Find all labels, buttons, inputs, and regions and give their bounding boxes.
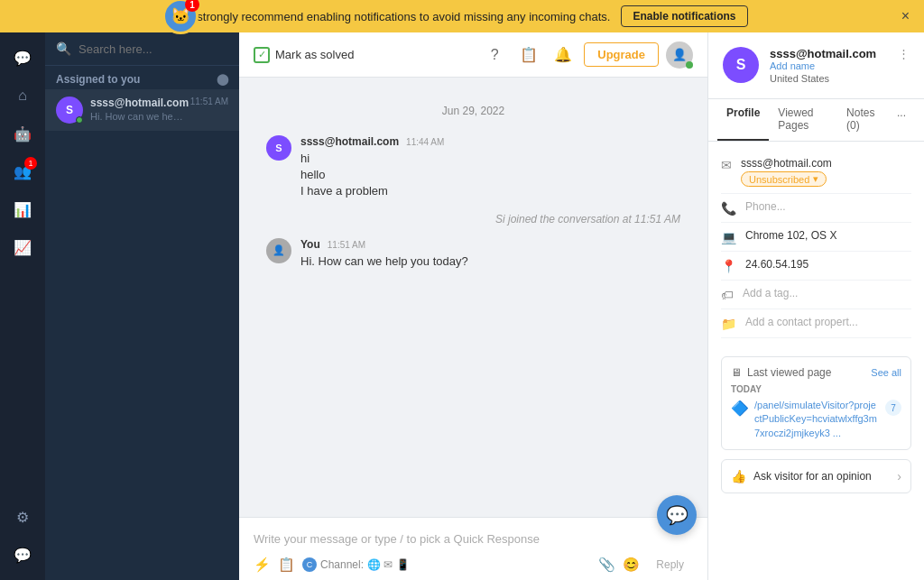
check-icon: ✓ [254, 47, 270, 63]
date-divider: Jun 29, 2022 [266, 105, 680, 117]
message-bubble: hi hello I have a problem [300, 151, 680, 200]
send-button[interactable]: Reply [647, 555, 693, 575]
browser-value: Chrome 102, OS X [745, 229, 911, 242]
message-content: ssss@hotmail.com 11:44 AM hi hello I hav… [300, 135, 680, 200]
livechat-icon: 💬 [14, 547, 32, 564]
reports-icon: 📊 [14, 201, 32, 218]
tab-viewed-pages[interactable]: Viewed Pages [769, 99, 837, 141]
profile-email: ssss@hotmail.com [770, 47, 876, 60]
profile-header: S ssss@hotmail.com Add name United State… [708, 32, 924, 99]
phone-row: 📞 Phone... [721, 194, 911, 223]
search-input[interactable] [79, 42, 230, 56]
upgrade-button[interactable]: Upgrade [584, 42, 659, 67]
tab-notes[interactable]: Notes (0) [837, 99, 888, 141]
sidebar-item-people[interactable]: 👥 1 [6, 155, 39, 188]
main-layout: 💬 ⌂ 🤖 👥 1 📊 📈 ⚙ 💬 🔍 [0, 32, 924, 580]
email-value: ssss@hotmail.com [741, 157, 911, 170]
ip-row: 📍 24.60.54.195 [721, 252, 911, 281]
online-indicator [76, 116, 83, 124]
agent-message-header: You 11:51 AM [300, 238, 680, 251]
sidebar-bottom: ⚙ 💬 [6, 501, 39, 571]
search-icon: 🔍 [56, 41, 71, 56]
agent-online-indicator [686, 61, 693, 69]
last-viewed-header: 🖥 Last viewed page See all [731, 366, 901, 379]
agent-msg-avatar: 👤 [266, 238, 291, 263]
notif-badge: 1 [185, 0, 199, 12]
sidebar-item-livechat[interactable]: 💬 [6, 539, 39, 571]
sidebar-item-bot[interactable]: 🤖 [6, 117, 39, 150]
home-icon: ⌂ [18, 87, 27, 104]
browser-row: 💻 Chrome 102, OS X [721, 223, 911, 252]
emoji-button[interactable]: 😊 [623, 557, 640, 573]
sidebar-item-chat[interactable]: 💬 [6, 41, 39, 74]
conv-avatar: S [56, 97, 83, 124]
last-viewed-item: 🔷 /panel/simulateVisitor?projectPublicKe… [731, 399, 901, 440]
add-name-link[interactable]: Add name [770, 60, 876, 71]
unsubscribed-badge: Unsubscribed ▾ [741, 171, 827, 187]
email-icon: ✉ [721, 158, 732, 172]
browser-icon: 💻 [721, 230, 736, 244]
bell-button[interactable]: 🔔 [550, 41, 577, 69]
tag-icon: 🏷 [721, 288, 734, 302]
agent-sender-name: You [300, 238, 320, 251]
profile-details: ✉ ssss@hotmail.com Unsubscribed ▾ 📞 Phon… [708, 142, 924, 347]
see-all-button[interactable]: See all [871, 367, 901, 378]
mark-solved-button[interactable]: ✓ Mark as solved [254, 47, 354, 63]
note-icon: 📋 [520, 46, 538, 63]
property-row: 📁 Add a contact propert... [721, 309, 911, 338]
agent-avatar: 👤 [666, 41, 693, 69]
fab-icon: 💬 [666, 504, 688, 526]
sidebar-item-analytics[interactable]: 📈 [6, 231, 39, 263]
agent-message-content: You 11:51 AM Hi. How can we help you tod… [300, 238, 680, 270]
question-icon: ? [491, 47, 499, 63]
close-icon[interactable]: × [901, 8, 910, 24]
profile-info: ssss@hotmail.com Add name United States [770, 47, 876, 84]
tab-profile[interactable]: Profile [717, 99, 769, 141]
dropdown-icon: ▾ [813, 173, 818, 185]
note-button[interactable]: 📋 [515, 41, 542, 69]
fab-button[interactable]: 💬 [657, 495, 697, 535]
property-placeholder[interactable]: Add a contact propert... [745, 316, 911, 328]
agent-message-group: 👤 You 11:51 AM Hi. How can we help you t… [266, 238, 680, 270]
sidebar-item-home[interactable]: ⌂ [6, 79, 39, 112]
help-button[interactable]: ? [481, 41, 508, 69]
channel-icon: C [302, 557, 317, 572]
enable-notif-button[interactable]: Enable notifications [621, 5, 747, 27]
page-link[interactable]: /panel/simulateVisitor?projectPublicKey=… [754, 399, 880, 440]
sidebar: 💬 ⌂ 🤖 👥 1 📊 📈 ⚙ 💬 [0, 32, 45, 580]
sidebar-item-settings[interactable]: ⚙ [6, 501, 39, 533]
ask-visitor-card[interactable]: 👍 Ask visitor for an opinion › [721, 459, 911, 493]
tag-placeholder[interactable]: Add a tag... [743, 287, 911, 299]
input-placeholder[interactable]: Write your message or type / to pick a Q… [254, 527, 693, 555]
attachment-file-button[interactable]: 📎 [598, 557, 615, 573]
message-group: S ssss@hotmail.com 11:44 AM hi hello I h… [266, 135, 680, 200]
conv-section-header: Assigned to you ⬤ [45, 66, 239, 89]
phone-icon: 📞 [721, 201, 736, 216]
sidebar-item-reports[interactable]: 📊 [6, 193, 39, 226]
browser-content: Chrome 102, OS X [745, 229, 911, 242]
message-header: ssss@hotmail.com 11:44 AM [300, 135, 680, 148]
attachment-button[interactable]: ⚡ [254, 557, 271, 573]
conversations-panel: 🔍 Assigned to you ⬤ S ssss@hotmail.com H… [45, 32, 239, 580]
ip-value: 24.60.54.195 [745, 258, 911, 271]
app-logo: 🐱 1 [162, 0, 199, 34]
message-time: 11:44 AM [406, 137, 444, 147]
profile-country: United States [770, 73, 876, 84]
profile-more-button[interactable]: ⋮ [898, 47, 910, 60]
tag-content: Add a tag... [743, 287, 911, 299]
chat-messages: Jun 29, 2022 S ssss@hotmail.com 11:44 AM… [239, 78, 707, 517]
ask-visitor-text: Ask visitor for an opinion [753, 470, 872, 483]
avatar-icon: 👤 [672, 48, 687, 61]
header-actions: ? 📋 🔔 Upgrade 👤 [481, 41, 693, 69]
conv-time: 11:51 AM [190, 97, 228, 106]
profile-avatar: S [723, 47, 759, 83]
phone-placeholder[interactable]: Phone... [745, 200, 911, 213]
visitor-avatar: S [266, 135, 291, 161]
emoji-response-button[interactable]: 📋 [278, 557, 295, 573]
channel-icons: 🌐 ✉ 📱 [367, 558, 410, 571]
notification-bar: 🐱 1 We strongly recommend enabling notif… [0, 0, 924, 32]
tab-more[interactable]: ... [888, 99, 915, 141]
bell-icon: 🔔 [554, 46, 572, 63]
last-viewed-card: 🖥 Last viewed page See all TODAY 🔷 /pane… [721, 356, 911, 450]
conversation-item[interactable]: S ssss@hotmail.com Hi. How can we help y… [45, 89, 239, 131]
